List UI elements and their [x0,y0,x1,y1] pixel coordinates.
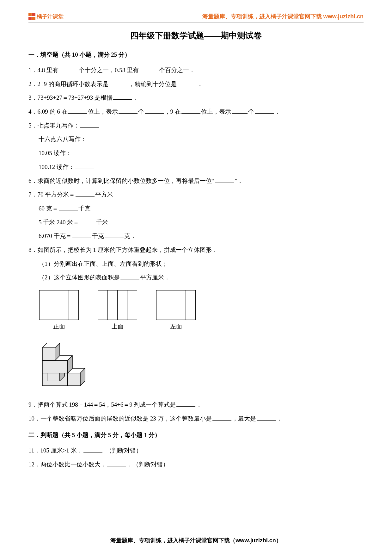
fill-blank[interactable] [257,415,276,421]
top-label: 上面 [98,322,137,331]
fill-blank[interactable] [75,163,94,169]
q6-text-a: 6．求商的近似数时，计算到比保留的小数位数多一位，再将最后一位“ [28,178,214,184]
question-2: 2．2÷9 的商用循环小数表示是，精确到十分位是． [28,77,364,91]
brand-logo: 橘子汁课堂 [28,13,64,20]
fill-blank[interactable] [215,177,234,183]
q2-text-b: ，精确到十分位是 [129,81,177,87]
question-5-line2: 十六点六八写作： [28,132,364,146]
q8-3b: 平方厘米． [140,274,170,281]
fill-blank[interactable] [139,66,158,72]
fill-blank[interactable] [177,80,196,86]
fill-blank[interactable] [76,191,95,196]
question-6: 6．求商的近似数时，计算到比保留的小数位数多一位，再将最后一位“”． [28,174,364,188]
fill-blank[interactable] [109,80,128,86]
q7-1b: 平方米 [95,191,113,198]
question-7-line4: 6.070 千克＝千克克． [28,229,364,243]
fill-blank[interactable] [119,108,138,114]
q5-3: 10.05 读作： [39,150,72,156]
q2-text-c: ． [197,81,203,87]
cube-stack-figure [39,338,364,393]
q7-4c: 克． [124,233,136,239]
section-2-heading: 二．判断题（共 5 小题，满分 5 分，每小题 1 分） [28,431,364,439]
front-view-grid: 正面 [39,290,79,331]
question-5-line4: 100.12 读作： [28,160,364,174]
q4-text-g: ． [274,108,280,115]
fill-blank[interactable] [212,415,231,421]
fill-blank[interactable] [80,218,95,224]
q4-text-f: 个 [248,108,254,115]
question-12: 12．两位小数比一位小数大．．（判断对错） [28,458,364,471]
page-title: 四年级下册数学试题——期中测试卷 [28,30,364,41]
question-7-line1: 7．70 平方分米＝平方米 [28,188,364,202]
question-11: 11．105 厘米>1 米． （判断对错） [28,444,364,458]
header-link-text: 海量题库、专项训练，进入橘子汁课堂官网下载 www.juzizhi.cn [202,13,364,20]
fill-blank[interactable] [105,232,124,238]
fill-blank[interactable] [145,108,164,114]
fill-blank[interactable] [68,108,87,114]
fill-blank[interactable] [181,108,200,114]
header-bar: 橘子汁课堂 海量题库、专项训练，进入橘子汁课堂官网下载 www.juzizhi.… [28,13,364,22]
q1-text-b: 个十分之一，0.58 里有 [79,67,139,73]
q4-text-d: ，9 在 [164,108,181,115]
fill-blank[interactable] [59,66,78,72]
q7-3b: 千米 [96,219,108,226]
fill-blank[interactable] [232,108,248,114]
q9-text-b: ． [196,401,202,408]
q2-text-a: 2．2÷9 的商用循环小数表示是 [28,81,108,87]
q1-text-a: 1．4.8 里有 [28,67,58,73]
q5-1: 5．七点零九写作： [28,122,80,129]
fill-blank[interactable] [80,122,99,128]
fill-blank[interactable] [176,401,195,407]
q5-2: 十六点六八写作： [39,136,87,142]
q7-3a: 5 千米 240 米＝ [39,219,79,226]
fill-blank[interactable] [120,274,139,279]
question-3: 3．73+93+27＝73+27+93 是根据． [28,91,364,105]
left-view-grid: 左面 [156,290,196,331]
question-5-line1: 5．七点零九写作： [28,119,364,133]
q4-text-a: 4．6.09 的 6 在 [28,108,68,115]
q10-text-a: 10．一个整数省略万位后面的尾数的近似数是 23 万，这个整数最小是 [28,415,212,422]
fill-blank[interactable] [59,205,78,210]
q3-text-a: 3．73+93+27＝73+27+93 是根据 [28,94,113,101]
q7-1a: 7．70 平方分米＝ [28,191,75,198]
q11-text-b: （判断对错） [106,447,142,454]
left-label: 左面 [156,322,196,331]
question-9: 9．把两个算式 198－144＝54，54÷6＝9 列成一个算式是． [28,398,364,412]
section-1-heading: 一．填空题（共 10 小题，满分 25 分） [28,51,364,59]
question-7-line2: 60 克＝千克 [28,202,364,215]
question-1: 1．4.8 里有个十分之一，0.58 里有个百分之一． [28,63,364,77]
question-8-line1: 8．如图所示，把棱长为 1 厘米的正方体重叠起来，拼成一个立体图形． [28,243,364,257]
top-view-grid: 上面 [98,290,137,331]
q10-text-b: ，最大是 [232,415,256,422]
svg-marker-15 [55,360,68,373]
fill-blank[interactable] [255,108,274,114]
fill-blank[interactable] [72,232,91,238]
question-7-line3: 5 千米 240 米＝千米 [28,215,364,229]
q12-text-b: ．（判断对错） [127,461,169,468]
svg-marker-6 [68,373,80,386]
q7-4b: 千克 [92,233,104,239]
q11-text-a: 11．105 厘米>1 米． [28,447,83,454]
q1-text-c: 个百分之一． [159,67,195,73]
fill-blank[interactable] [113,94,132,100]
q3-text-b: ． [133,94,139,101]
q4-text-c: 个 [138,108,144,115]
fill-blank[interactable] [83,447,102,452]
q6-text-b: ”． [235,178,243,184]
q4-text-b: 位上，表示 [88,108,118,115]
q9-text-a: 9．把两个算式 198－144＝54，54÷6＝9 列成一个算式是 [28,401,176,408]
brand-name: 橘子汁课堂 [37,13,64,20]
fill-blank[interactable] [87,135,106,141]
question-8-line2: （1）分别画出在正面、上面、左面看到的形状； [28,257,364,271]
front-label: 正面 [39,322,79,331]
q5-4: 100.12 读作： [39,164,75,170]
svg-marker-12 [42,360,55,373]
svg-marker-18 [42,348,55,360]
view-grids-row: 正面 上面 左面 [39,290,364,331]
question-10: 10．一个整数省略万位后面的尾数的近似数是 23 万，这个整数最小是，最大是． [28,412,364,426]
question-5-line3: 10.05 读作： [28,146,364,160]
fill-blank[interactable] [107,461,126,466]
q8-3a: （2）这个立体图形的表面积是 [39,274,120,281]
question-4: 4．6.09 的 6 在位上，表示个，9 在位上，表示个． [28,105,364,119]
fill-blank[interactable] [72,149,91,155]
